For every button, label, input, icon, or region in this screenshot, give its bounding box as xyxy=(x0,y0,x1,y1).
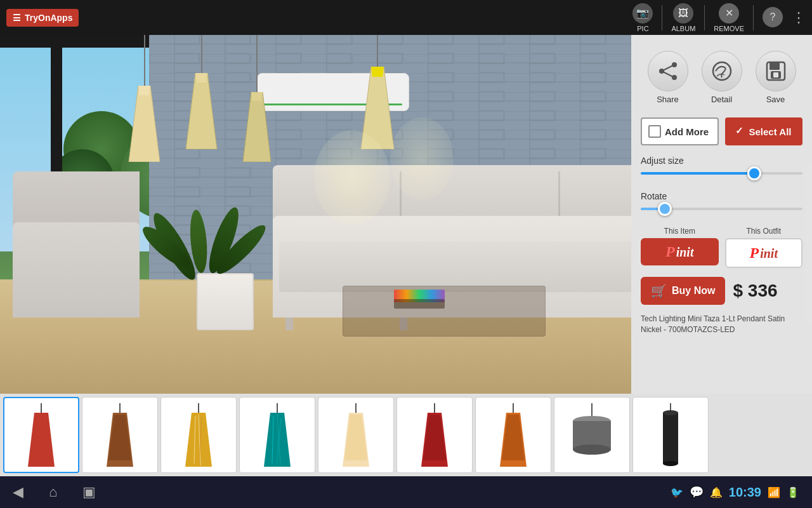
adjust-size-slider[interactable] xyxy=(641,166,802,181)
pic-label: PIC xyxy=(637,25,648,32)
top-bar: ☰ TryOnApps 📷 PIC 🖼 ALBUM ✕ REMOVE ? ⋮ xyxy=(0,0,812,35)
svg-marker-6 xyxy=(186,73,217,149)
adjust-size-section: Adjust size xyxy=(641,153,802,181)
size-slider-track xyxy=(641,172,802,175)
size-slider-fill xyxy=(641,172,754,175)
remove-icon: ✕ xyxy=(719,3,739,23)
select-all-checkbox xyxy=(733,125,745,138)
share-button[interactable]: Share xyxy=(648,51,688,104)
buy-now-row: 🛒 Buy Now $ 336 xyxy=(641,277,802,305)
adjust-size-label: Adjust size xyxy=(641,156,802,166)
rotate-slider-track xyxy=(641,208,802,210)
separator xyxy=(662,5,662,30)
rotate-slider-thumb[interactable] xyxy=(658,202,672,216)
home-button[interactable]: ⌂ xyxy=(49,484,57,500)
chat-icon: 💬 xyxy=(690,485,704,499)
svg-point-52 xyxy=(663,410,678,415)
separator2 xyxy=(704,5,705,30)
pinit-row: This Item Pinit This Outfit Pinit xyxy=(641,227,802,268)
svg-marker-5 xyxy=(138,86,150,95)
thumbnail-item[interactable] xyxy=(632,397,709,473)
price-display: $ 336 xyxy=(733,281,777,301)
add-more-checkbox xyxy=(648,125,661,138)
svg-marker-8 xyxy=(243,92,271,162)
buy-now-label: Buy Now xyxy=(672,285,715,297)
menu-button[interactable]: ☰ TryOnApps xyxy=(6,9,79,27)
rotate-slider[interactable] xyxy=(641,201,802,217)
svg-rect-51 xyxy=(663,413,678,464)
coffee-table xyxy=(343,286,546,337)
share-icon xyxy=(648,51,688,91)
pinit-this-item-button[interactable]: Pinit xyxy=(641,238,719,265)
thumbnail-item[interactable] xyxy=(396,397,473,473)
product-description: Tech Lighting Mini Taza 1-Lt Pendant Sat… xyxy=(641,314,802,335)
pic-button[interactable]: 📷 PIC xyxy=(632,3,653,32)
wifi-icon: 📶 xyxy=(768,486,780,498)
twitter-icon: 🐦 xyxy=(671,486,683,498)
size-slider-thumb[interactable] xyxy=(747,166,761,180)
svg-marker-23 xyxy=(28,413,55,467)
thumbnail-item[interactable] xyxy=(475,397,551,473)
this-item-label: This Item xyxy=(664,227,695,236)
this-outfit-col: This Outfit Pinit xyxy=(725,227,803,268)
save-button[interactable]: Save xyxy=(756,51,796,104)
panel-actions-row: Share Detail Save xyxy=(641,44,802,107)
pinit-this-outfit-button[interactable]: Pinit xyxy=(725,238,803,268)
thumbnail-item[interactable] xyxy=(82,397,158,473)
help-button[interactable]: ? xyxy=(763,7,783,29)
chair xyxy=(0,159,159,318)
save-label: Save xyxy=(766,95,785,104)
pinit-this-item-text: Pinit xyxy=(665,243,693,260)
svg-marker-11 xyxy=(371,67,384,77)
svg-point-53 xyxy=(663,461,678,466)
svg-rect-21 xyxy=(773,72,778,77)
help-icon: ? xyxy=(763,7,783,27)
detail-button[interactable]: Detail xyxy=(702,51,742,104)
add-more-button[interactable]: Add More xyxy=(641,117,719,145)
thumbnail-item[interactable] xyxy=(3,397,79,473)
remove-label: REMOVE xyxy=(714,25,744,32)
svg-marker-7 xyxy=(195,73,207,83)
rotate-section: Rotate xyxy=(641,189,802,217)
svg-point-49 xyxy=(573,444,611,455)
bottom-thumbnail-bar xyxy=(0,394,812,476)
separator3 xyxy=(753,5,754,30)
thumbnail-item[interactable] xyxy=(160,397,237,473)
album-icon: 🖼 xyxy=(673,3,693,23)
recents-button[interactable]: ▣ xyxy=(82,484,96,500)
svg-line-15 xyxy=(662,65,674,71)
status-bar: 🐦 💬 🔔 10:39 📶 🔋 xyxy=(671,485,799,500)
buy-now-button[interactable]: 🛒 Buy Now xyxy=(641,277,725,305)
detail-icon xyxy=(702,51,742,91)
cart-icon: 🛒 xyxy=(651,283,667,298)
thumbnail-item[interactable] xyxy=(554,397,630,473)
select-all-button[interactable]: Select All xyxy=(725,117,803,145)
svg-rect-19 xyxy=(769,62,780,70)
detail-label: Detail xyxy=(711,95,732,104)
clock: 10:39 xyxy=(729,485,761,500)
more-options-button[interactable]: ⋮ xyxy=(792,10,806,26)
thumbnail-item[interactable] xyxy=(239,397,315,473)
album-button[interactable]: 🖼 ALBUM xyxy=(671,3,695,32)
svg-marker-9 xyxy=(251,92,263,101)
this-item-col: This Item Pinit xyxy=(641,227,719,268)
app-name: TryOnApps xyxy=(25,13,72,23)
camera-icon: 📷 xyxy=(632,3,653,23)
plant xyxy=(197,273,254,330)
share-label: Share xyxy=(657,95,679,104)
hamburger-icon: ☰ xyxy=(13,13,21,23)
remove-button[interactable]: ✕ REMOVE xyxy=(714,3,744,32)
album-label: ALBUM xyxy=(671,25,695,32)
add-more-label: Add More xyxy=(665,126,709,137)
back-button[interactable]: ◀ xyxy=(13,484,23,500)
pinit-this-outfit-text: Pinit xyxy=(750,244,778,262)
save-icon xyxy=(756,51,796,91)
main-scene xyxy=(0,35,631,394)
rotate-label: Rotate xyxy=(641,191,802,201)
right-panel: Share Detail Save xyxy=(631,35,812,429)
battery-icon: 🔋 xyxy=(787,486,799,498)
select-all-label: Select All xyxy=(749,126,792,137)
selection-buttons-row: Add More Select All xyxy=(641,117,802,145)
thumbnail-item[interactable] xyxy=(318,397,394,473)
svg-line-16 xyxy=(662,71,674,77)
